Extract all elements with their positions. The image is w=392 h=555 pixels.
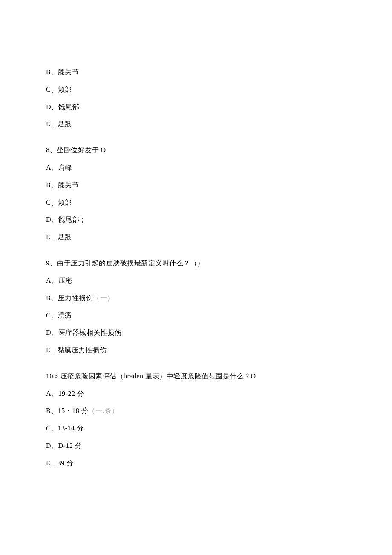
q7-option-e: E、足跟	[46, 120, 344, 129]
q10-option-b-text: B、15・18 分	[46, 407, 88, 414]
q8-option-b: B、膝关节	[46, 181, 344, 190]
q10-option-b-mark: （一:条）	[88, 407, 118, 414]
q9-option-d: D、医疗器械相关性损伤	[46, 328, 344, 337]
document-body: B、膝关节 C、颊部 D、骶尾部 E、足跟 8、坐卧位好发于 O A、肩峰 B、…	[46, 68, 344, 477]
q7-option-c: C、颊部	[46, 85, 344, 94]
q9-option-b: B、压力性损伤（一）	[46, 294, 344, 303]
q9-option-c: C、溃疡	[46, 311, 344, 320]
q9-stem: 9、由于压力引起的皮肤破损最新定义叫什么？（）	[46, 259, 344, 268]
q8-stem: 8、坐卧位好发于 O	[46, 146, 344, 155]
q7-option-b: B、膝关节	[46, 68, 344, 77]
q9-option-e: E、黏膜压力性损伤	[46, 346, 344, 355]
q9-option-a: A、压疮	[46, 276, 344, 285]
q8-option-a: A、肩峰	[46, 163, 344, 172]
q10-option-a: A、19-22 分	[46, 389, 344, 398]
q9-option-b-text: B、压力性损伤	[46, 294, 93, 302]
q10-option-b: B、15・18 分（一:条）	[46, 407, 344, 416]
q7-option-d: D、骶尾部	[46, 103, 344, 112]
q10-option-c: C、13-14 分	[46, 424, 344, 433]
q9-option-b-mark: （一）	[93, 294, 114, 302]
q10-stem: 10＞压疮危险因素评估（braden 量表）中轻度危险值范围是什么？O	[46, 372, 344, 381]
q10-option-d: D、D-12 分	[46, 442, 344, 450]
q8-option-e: E、足跟	[46, 233, 344, 242]
q10-option-e: E、39 分	[46, 459, 344, 468]
q8-option-c: C、颊部	[46, 198, 344, 207]
q8-option-d: D、骶尾部；	[46, 215, 344, 224]
